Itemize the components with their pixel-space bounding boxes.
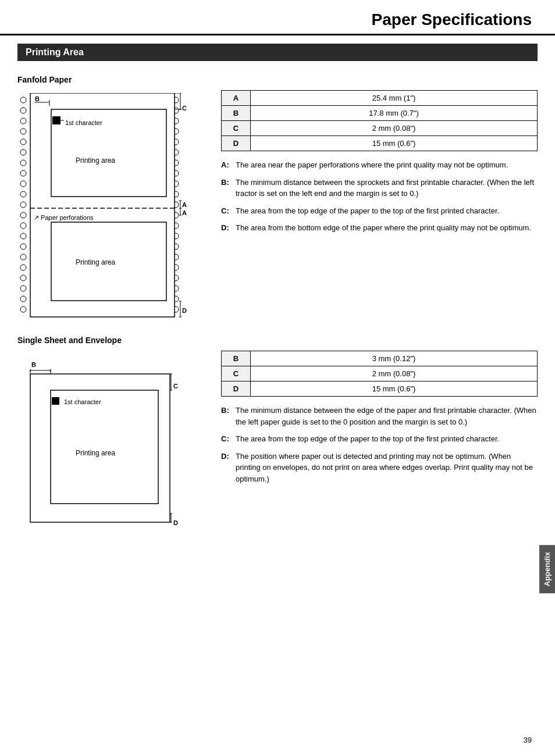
desc-text: The area from the bottom edge of the pap… — [236, 222, 531, 234]
svg-point-20 — [20, 306, 26, 312]
list-item: B:The minimum distance between the edge … — [221, 405, 538, 427]
svg-point-18 — [20, 286, 26, 291]
table-key: A — [222, 91, 251, 106]
single-sheet-table: B3 mm (0.12")C2 mm (0.08")D15 mm (0.6") — [221, 351, 538, 397]
table-row: C2 mm (0.08") — [222, 366, 538, 381]
svg-point-17 — [20, 275, 26, 281]
desc-text: The minimum distance between the edge of… — [236, 405, 538, 427]
svg-rect-51 — [52, 116, 61, 124]
b-label-fanfold: B — [35, 95, 40, 102]
table-value: 2 mm (0.08") — [251, 121, 538, 136]
table-key: B — [222, 351, 251, 366]
table-row: B3 mm (0.12") — [222, 351, 538, 366]
appendix-tab: Appendix — [539, 545, 555, 593]
svg-point-1 — [20, 108, 26, 113]
svg-point-15 — [20, 254, 26, 260]
desc-text: The area from the top edge of the paper … — [236, 433, 499, 445]
fanfold-info: A25.4 mm (1")B17.8 mm (0.7")C2 mm (0.08"… — [221, 90, 538, 240]
desc-label: C: — [221, 433, 233, 445]
table-row: C2 mm (0.08") — [222, 121, 538, 136]
list-item: D:The area from the bottom edge of the p… — [221, 222, 538, 234]
desc-text: The area near the paper perforations whe… — [236, 159, 508, 171]
first-char-label-fanfold: 1st character — [65, 119, 102, 126]
list-item: A:The area near the paper perforations w… — [221, 159, 538, 171]
table-value: 17.8 mm (0.7") — [251, 106, 538, 121]
first-char-label-single: 1st character — [64, 398, 101, 405]
table-value: 15 mm (0.6") — [251, 381, 538, 397]
desc-label: D: — [221, 222, 233, 234]
single-sheet-svg: B C 1st character Printing area — [17, 356, 192, 537]
desc-text: The position where paper out is detected… — [236, 451, 538, 485]
svg-point-0 — [20, 97, 26, 103]
svg-point-5 — [20, 149, 26, 155]
fanfold-svg: B C 1st character Printing area — [17, 93, 192, 320]
list-item: D:The position where paper out is detect… — [221, 451, 538, 485]
desc-label: C: — [221, 205, 233, 217]
page-title: Paper Specifications — [23, 10, 532, 29]
list-item: B:The minimum distance between the sproc… — [221, 177, 538, 199]
svg-point-12 — [20, 223, 26, 229]
desc-label: D: — [221, 451, 233, 485]
desc-text: The minimum distance between the sprocke… — [236, 177, 538, 199]
svg-point-8 — [20, 181, 26, 187]
svg-rect-73 — [52, 397, 59, 405]
svg-point-2 — [20, 118, 26, 124]
c-label-fanfold: C — [182, 105, 187, 112]
left-sprockets — [20, 97, 26, 312]
desc-label: B: — [221, 177, 233, 199]
page-header: Paper Specifications — [0, 0, 555, 35]
table-key: D — [222, 136, 251, 151]
table-row: A25.4 mm (1") — [222, 91, 538, 106]
fanfold-diagram: B C 1st character Printing area — [17, 93, 204, 322]
single-sheet-section: B C 1st character Printing area — [17, 351, 538, 539]
desc-label: B: — [221, 405, 233, 427]
table-key: C — [222, 121, 251, 136]
fanfold-section: B C 1st character Printing area — [17, 90, 538, 322]
fanfold-table: A25.4 mm (1")B17.8 mm (0.7")C2 mm (0.08"… — [221, 90, 538, 151]
table-value: 2 mm (0.08") — [251, 366, 538, 381]
printing-area-bottom-label: Printing area — [76, 258, 115, 266]
single-sheet-info: B3 mm (0.12")C2 mm (0.08")D15 mm (0.6") … — [221, 351, 538, 490]
svg-point-11 — [20, 212, 26, 218]
list-item: C:The area from the top edge of the pape… — [221, 433, 538, 445]
single-sheet-descriptions: B:The minimum distance between the edge … — [221, 405, 538, 484]
table-row: D15 mm (0.6") — [222, 136, 538, 151]
single-sheet-diagram: B C 1st character Printing area — [17, 356, 204, 539]
desc-label: A: — [221, 159, 233, 171]
page-number: 39 — [524, 736, 532, 744]
c-label-single: C — [173, 383, 178, 390]
printing-area-top-label: Printing area — [76, 156, 115, 165]
svg-point-7 — [20, 170, 26, 176]
table-key: D — [222, 381, 251, 397]
b-label-single: B — [31, 361, 36, 368]
table-row: D15 mm (0.6") — [222, 381, 538, 397]
svg-point-4 — [20, 139, 26, 145]
d-label-single: D — [173, 519, 178, 526]
a-label-bottom: A — [182, 209, 187, 216]
svg-point-13 — [20, 233, 26, 239]
table-value: 15 mm (0.6") — [251, 136, 538, 151]
svg-point-14 — [20, 244, 26, 249]
section-title: Printing Area — [26, 47, 84, 57]
table-value: 25.4 mm (1") — [251, 91, 538, 106]
section-title-bar: Printing Area — [17, 44, 538, 61]
svg-point-3 — [20, 129, 26, 134]
svg-rect-72 — [51, 390, 158, 504]
paper-perf-label: ↗ Paper perforations — [34, 214, 94, 221]
table-key: C — [222, 366, 251, 381]
list-item: C:The area from the top edge of the pape… — [221, 205, 538, 217]
svg-point-16 — [20, 265, 26, 270]
table-row: B17.8 mm (0.7") — [222, 106, 538, 121]
svg-point-6 — [20, 160, 26, 166]
table-key: B — [222, 106, 251, 121]
svg-point-10 — [20, 202, 26, 208]
table-value: 3 mm (0.12") — [251, 351, 538, 366]
fanfold-subsection-title: Fanfold Paper — [17, 75, 538, 84]
a-label-top: A — [182, 201, 187, 208]
svg-point-9 — [20, 191, 26, 197]
svg-point-19 — [20, 296, 26, 302]
desc-text: The area from the top edge of the paper … — [236, 205, 499, 217]
fanfold-descriptions: A:The area near the paper perforations w… — [221, 159, 538, 234]
d-label-fanfold: D — [182, 307, 187, 314]
printing-area-label-single: Printing area — [76, 449, 115, 457]
